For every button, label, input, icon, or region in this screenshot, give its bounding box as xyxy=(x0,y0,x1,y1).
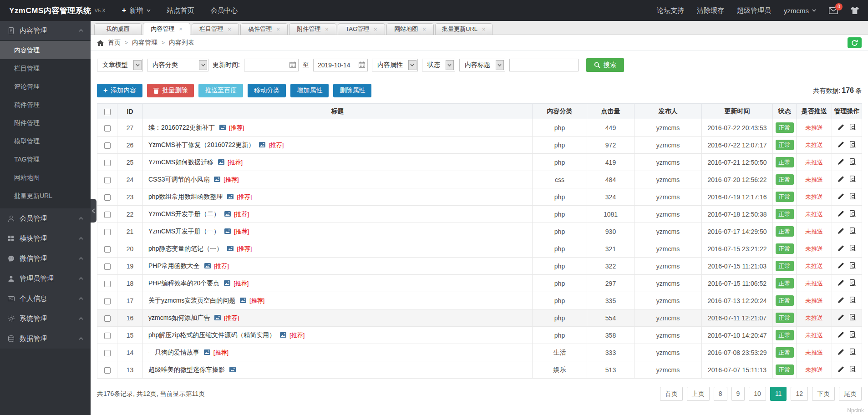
refresh-button[interactable] xyxy=(848,37,862,48)
topbar-nav-item[interactable]: + 新增 xyxy=(122,6,151,15)
sidebar-item[interactable]: 栏目管理 xyxy=(0,59,91,77)
row-checkbox[interactable] xyxy=(104,177,111,183)
breadcrumb-home[interactable]: 首页 xyxy=(108,39,121,47)
attribute-select[interactable]: 内容属性 xyxy=(372,59,418,71)
row-checkbox[interactable] xyxy=(104,281,111,287)
preview-icon[interactable] xyxy=(850,297,856,304)
preview-icon[interactable] xyxy=(850,228,856,235)
preview-icon[interactable] xyxy=(850,314,856,322)
edit-icon[interactable] xyxy=(838,297,844,304)
status-select[interactable]: 状态 xyxy=(422,59,455,71)
breadcrumb-item-2[interactable]: 内容列表 xyxy=(169,39,194,47)
row-title-link[interactable]: YzmCMS开发手册（二） xyxy=(148,210,220,218)
row-title-link[interactable]: php数组常用数组函数整理 xyxy=(148,193,223,200)
edit-icon[interactable] xyxy=(838,159,844,166)
preview-icon[interactable] xyxy=(850,279,856,287)
model-select[interactable]: 文章模型 xyxy=(97,59,143,71)
sidebar-item[interactable]: 批量更新URL xyxy=(0,187,91,205)
toolbar-button[interactable]: 增加属性 xyxy=(290,84,329,97)
edit-icon[interactable] xyxy=(838,349,844,356)
preview-icon[interactable] xyxy=(850,331,856,339)
page-button[interactable]: 下页 xyxy=(812,387,835,401)
row-checkbox[interactable] xyxy=(104,212,111,218)
date-from-input[interactable] xyxy=(244,59,299,71)
page-button[interactable]: 9 xyxy=(731,387,745,401)
sidebar-item[interactable]: 评论管理 xyxy=(0,77,91,96)
page-button[interactable]: 尾页 xyxy=(839,387,862,401)
mail-icon[interactable]: 0 xyxy=(829,7,838,14)
title-field-select[interactable]: 内容标题 xyxy=(459,59,505,71)
topbar-nav-item[interactable]: 超级管理员 xyxy=(737,6,771,15)
close-icon[interactable]: × xyxy=(179,26,183,32)
topbar-nav-item[interactable]: 会员中心 xyxy=(211,6,238,15)
row-checkbox[interactable] xyxy=(104,315,111,322)
row-title-link[interactable]: 关于yzmcms安装页空白的问题 xyxy=(148,297,235,304)
sidebar-group-header[interactable]: 个人信息 xyxy=(0,288,91,309)
row-checkbox[interactable] xyxy=(104,263,111,270)
sidebar-item[interactable]: 内容管理 xyxy=(0,41,91,59)
row-checkbox[interactable] xyxy=(104,229,111,235)
edit-icon[interactable] xyxy=(838,366,844,374)
tab[interactable]: 我的桌面 xyxy=(94,23,142,35)
row-checkbox[interactable] xyxy=(104,142,111,149)
topbar-nav-item[interactable]: 站点首页 xyxy=(167,6,194,15)
edit-icon[interactable] xyxy=(838,211,844,218)
preview-icon[interactable] xyxy=(850,366,856,374)
tab[interactable]: TAG管理 × xyxy=(338,23,385,35)
sidebar-item[interactable]: TAG管理 xyxy=(0,150,91,168)
row-title-link[interactable]: php静态变量的笔记（一） xyxy=(148,245,223,252)
sidebar-item[interactable]: 附件管理 xyxy=(0,114,91,132)
edit-icon[interactable] xyxy=(838,263,844,270)
toolbar-button[interactable]: 移动分类 xyxy=(248,84,286,97)
date-to-input[interactable]: 2019-10-14 xyxy=(313,59,368,71)
tab[interactable]: 附件管理 × xyxy=(289,23,336,35)
row-checkbox[interactable] xyxy=(104,160,111,166)
close-icon[interactable]: × xyxy=(482,26,486,32)
search-button[interactable]: 搜索 xyxy=(586,58,624,72)
breadcrumb-item-1[interactable]: 内容管理 xyxy=(132,39,157,47)
row-title-link[interactable]: CSS3可调节的小风扇 xyxy=(148,176,210,183)
row-checkbox[interactable] xyxy=(104,194,111,201)
row-checkbox[interactable] xyxy=(104,350,111,356)
page-button[interactable]: 10 xyxy=(749,387,766,401)
preview-icon[interactable] xyxy=(850,124,856,132)
edit-icon[interactable] xyxy=(838,280,844,287)
close-icon[interactable]: × xyxy=(374,26,377,32)
preview-icon[interactable] xyxy=(850,262,856,270)
sidebar-group-header[interactable]: 会员管理 xyxy=(0,208,91,228)
select-all-checkbox[interactable] xyxy=(104,109,111,115)
close-icon[interactable]: × xyxy=(276,26,280,32)
edit-icon[interactable] xyxy=(838,314,844,322)
category-select[interactable]: 内容分类 xyxy=(147,59,208,71)
edit-icon[interactable] xyxy=(838,193,844,201)
calendar-icon[interactable] xyxy=(289,61,296,69)
preview-icon[interactable] xyxy=(850,245,856,253)
tab[interactable]: 批量更新URL × xyxy=(435,23,492,35)
page-button[interactable]: 12 xyxy=(791,387,808,401)
row-title-link[interactable]: PHP常用函数大全 xyxy=(148,262,200,269)
page-button[interactable]: 8 xyxy=(714,387,727,401)
row-title-link[interactable]: 超级唯美的微型迷你车摄影 xyxy=(148,366,225,373)
row-title-link[interactable]: php解压zip格式的压缩文件源码（精简实用） xyxy=(148,331,275,339)
page-button[interactable]: 首页 xyxy=(660,387,683,401)
close-icon[interactable]: × xyxy=(325,26,329,32)
sidebar-group-header[interactable]: 管理员管理 xyxy=(0,268,91,288)
edit-icon[interactable] xyxy=(838,228,844,235)
tab[interactable]: 栏目管理 × xyxy=(192,23,239,35)
sidebar-group-header[interactable]: 模块管理 xyxy=(0,228,91,248)
preview-icon[interactable] xyxy=(850,141,856,149)
row-title-link[interactable]: YzmCMS补丁修复（20160722更新） xyxy=(148,141,254,148)
row-title-link[interactable]: yzmcms如何添加广告 xyxy=(148,314,210,321)
tab[interactable]: 网站地图 × xyxy=(386,23,434,35)
row-checkbox[interactable] xyxy=(104,298,111,304)
keyword-input[interactable] xyxy=(509,59,579,71)
row-title-link[interactable]: YzmCMS开发手册（一） xyxy=(148,228,220,235)
sidebar-item[interactable]: 网站地图 xyxy=(0,168,91,187)
row-title-link[interactable]: YzmCMS如何数据迁移 xyxy=(148,158,213,166)
toolbar-button[interactable]: 推送至百度 xyxy=(198,84,243,97)
preview-icon[interactable] xyxy=(850,349,856,356)
sidebar-group-header[interactable]: 微信管理 xyxy=(0,248,91,268)
close-icon[interactable]: × xyxy=(422,26,426,32)
close-icon[interactable]: × xyxy=(228,26,231,32)
sidebar-item[interactable]: 模型管理 xyxy=(0,132,91,150)
